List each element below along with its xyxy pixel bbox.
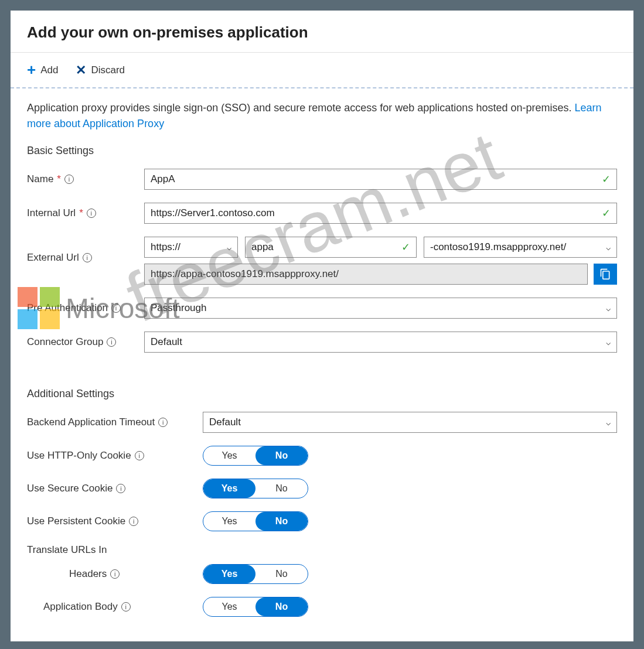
- toggle-no[interactable]: No: [255, 512, 308, 531]
- header: Add your own on-premises application: [11, 11, 633, 52]
- row-name: Name * i AppA ✓: [27, 169, 617, 190]
- toggle-yes[interactable]: Yes: [203, 565, 255, 583]
- http-only-toggle[interactable]: Yes No: [203, 446, 308, 466]
- external-domain-select[interactable]: -contoso1919.msappproxy.net/ ⌵: [424, 237, 617, 258]
- intro-body: Application proxy provides single sign-o…: [27, 102, 574, 114]
- additional-settings-heading: Additional Settings: [27, 388, 617, 400]
- row-secure-cookie: Use Secure Cookie i Yes No: [27, 479, 617, 498]
- backend-timeout-select[interactable]: Default ⌵: [203, 412, 617, 433]
- toggle-yes[interactable]: Yes: [203, 479, 255, 498]
- toggle-no[interactable]: No: [255, 446, 308, 465]
- toggle-yes[interactable]: Yes: [203, 446, 255, 465]
- discard-label: Discard: [91, 64, 125, 76]
- persistent-cookie-toggle[interactable]: Yes No: [203, 511, 308, 531]
- headers-toggle[interactable]: Yes No: [203, 564, 308, 584]
- info-icon[interactable]: i: [129, 517, 138, 526]
- name-input[interactable]: AppA ✓: [144, 169, 617, 190]
- page-title: Add your own on-premises application: [27, 23, 617, 42]
- row-external-url: External Url i https:// ⌵ appa ✓ -contos…: [27, 237, 617, 285]
- row-persistent-cookie: Use Persistent Cookie i Yes No: [27, 511, 617, 531]
- connector-group-select[interactable]: Default ⌵: [144, 332, 617, 353]
- add-button[interactable]: + Add: [27, 61, 58, 79]
- chevron-down-icon: ⌵: [227, 242, 231, 252]
- copy-button[interactable]: [594, 264, 617, 285]
- info-icon[interactable]: i: [110, 569, 120, 579]
- content: Application proxy provides single sign-o…: [11, 88, 633, 641]
- secure-cookie-toggle[interactable]: Yes No: [203, 479, 308, 498]
- intro-text: Application proxy provides single sign-o…: [27, 100, 617, 132]
- info-icon[interactable]: i: [107, 337, 116, 347]
- label-headers: Headers i: [27, 568, 203, 580]
- application-body-toggle[interactable]: Yes No: [203, 597, 308, 617]
- label-secure-cookie: Use Secure Cookie i: [27, 483, 203, 494]
- required-asterisk: *: [57, 173, 61, 185]
- check-icon: ✓: [602, 173, 611, 186]
- panel: Add your own on-premises application + A…: [11, 11, 633, 641]
- info-icon[interactable]: i: [121, 602, 131, 612]
- info-icon[interactable]: i: [83, 253, 92, 262]
- internal-url-input[interactable]: https://Server1.contoso.com ✓: [144, 203, 617, 224]
- row-headers: Headers i Yes No: [27, 564, 617, 584]
- discard-button[interactable]: ✕ Discard: [76, 63, 125, 78]
- label-external-url: External Url i: [27, 237, 144, 264]
- toolbar: + Add ✕ Discard: [11, 53, 633, 88]
- x-icon: ✕: [76, 63, 86, 78]
- label-application-body: Application Body i: [27, 601, 203, 613]
- pre-auth-select[interactable]: Passthrough ⌵: [144, 298, 617, 319]
- info-icon[interactable]: i: [64, 175, 74, 184]
- info-icon[interactable]: i: [87, 209, 96, 218]
- chevron-down-icon: ⌵: [606, 337, 611, 347]
- external-scheme-select[interactable]: https:// ⌵: [144, 237, 238, 258]
- info-icon[interactable]: i: [116, 484, 125, 493]
- basic-settings-heading: Basic Settings: [27, 145, 617, 157]
- add-label: Add: [40, 64, 58, 76]
- info-icon[interactable]: i: [135, 451, 144, 460]
- row-http-only: Use HTTP-Only Cookie i Yes No: [27, 446, 617, 466]
- label-backend-timeout: Backend Application Timeout i: [27, 416, 203, 428]
- check-icon: ✓: [602, 207, 611, 220]
- microsoft-watermark: Microsoft: [18, 287, 180, 329]
- check-icon: ✓: [401, 241, 410, 254]
- external-sub-input[interactable]: appa ✓: [245, 237, 417, 258]
- row-application-body: Application Body i Yes No: [27, 597, 617, 617]
- toggle-no[interactable]: No: [255, 565, 308, 583]
- translate-heading: Translate URLs In: [27, 544, 617, 556]
- required-asterisk: *: [79, 207, 83, 219]
- toggle-yes[interactable]: Yes: [203, 597, 255, 616]
- toggle-no[interactable]: No: [255, 597, 308, 616]
- label-name: Name * i: [27, 173, 144, 185]
- chevron-down-icon: ⌵: [606, 303, 611, 313]
- chevron-down-icon: ⌵: [606, 242, 611, 252]
- info-icon[interactable]: i: [158, 418, 168, 427]
- copy-icon: [599, 268, 611, 280]
- plus-icon: +: [27, 61, 36, 79]
- external-full-url: https://appa-contoso1919.msappproxy.net/: [144, 264, 588, 285]
- row-connector-group: Connector Group i Default ⌵: [27, 332, 617, 353]
- toggle-yes[interactable]: Yes: [203, 512, 255, 531]
- row-backend-timeout: Backend Application Timeout i Default ⌵: [27, 412, 617, 433]
- toggle-no[interactable]: No: [255, 479, 308, 498]
- label-http-only: Use HTTP-Only Cookie i: [27, 450, 203, 462]
- label-connector-group: Connector Group i: [27, 336, 144, 348]
- external-url-fields: https:// ⌵ appa ✓ -contoso1919.msappprox…: [144, 237, 617, 285]
- row-internal-url: Internal Url * i https://Server1.contoso…: [27, 203, 617, 224]
- label-persistent-cookie: Use Persistent Cookie i: [27, 515, 203, 527]
- chevron-down-icon: ⌵: [606, 418, 611, 427]
- label-internal-url: Internal Url * i: [27, 207, 144, 219]
